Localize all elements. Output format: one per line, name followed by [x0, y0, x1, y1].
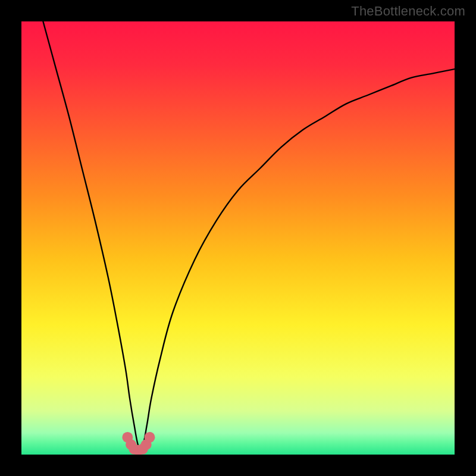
- valley-marker: [144, 432, 155, 443]
- bottleneck-chart: [21, 21, 455, 455]
- plot-area: [21, 21, 455, 455]
- chart-frame: TheBottleneck.com: [0, 0, 476, 476]
- watermark-text: TheBottleneck.com: [351, 4, 465, 19]
